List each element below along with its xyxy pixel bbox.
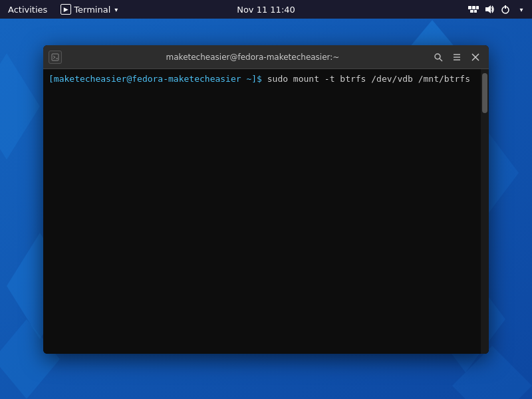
terminal-menu-label: Terminal bbox=[74, 5, 110, 15]
terminal-search-button[interactable] bbox=[430, 49, 446, 65]
scrollbar-thumb bbox=[482, 73, 487, 113]
titlebar-right bbox=[430, 49, 483, 65]
topbar-right: ▾ bbox=[468, 4, 532, 15]
power-icon[interactable] bbox=[500, 4, 511, 15]
topbar-datetime: Nov 11 11:40 bbox=[237, 5, 295, 15]
svg-rect-10 bbox=[472, 6, 475, 9]
terminal-content[interactable]: [maketecheasier@fedora-maketecheasier ~]… bbox=[43, 69, 489, 354]
system-menu-icon[interactable]: ▾ bbox=[516, 4, 527, 15]
svg-line-20 bbox=[440, 59, 442, 61]
titlebar-left bbox=[49, 51, 75, 64]
svg-point-19 bbox=[435, 54, 440, 59]
terminal-menu-button[interactable]: ▶ Terminal ▾ bbox=[55, 0, 123, 19]
activities-button[interactable]: Activities bbox=[0, 0, 55, 19]
terminal-close-button[interactable] bbox=[467, 49, 483, 65]
datetime-label: Nov 11 11:40 bbox=[237, 5, 295, 15]
terminal-command-line: [maketecheasier@fedora-maketecheasier ~]… bbox=[49, 73, 483, 85]
terminal-window: maketecheasier@fedora-maketecheasier:~ bbox=[43, 45, 489, 354]
svg-rect-11 bbox=[476, 6, 479, 9]
terminal-title-text: maketecheasier@fedora-maketecheasier:~ bbox=[166, 53, 340, 62]
activities-label: Activities bbox=[8, 5, 47, 15]
terminal-app-icon: ▶ bbox=[61, 4, 71, 15]
prompt-user: [maketecheasier@fedora-maketecheasier ~]… bbox=[49, 74, 262, 84]
topbar: Activities ▶ Terminal ▾ Nov 11 11:40 bbox=[0, 0, 532, 19]
topbar-left: Activities ▶ Terminal ▾ bbox=[0, 0, 123, 19]
svg-rect-12 bbox=[470, 10, 473, 13]
network-icon[interactable] bbox=[468, 4, 479, 15]
terminal-titlebar: maketecheasier@fedora-maketecheasier:~ bbox=[43, 45, 489, 69]
terminal-title: maketecheasier@fedora-maketecheasier:~ bbox=[75, 53, 430, 62]
svg-rect-13 bbox=[474, 10, 477, 13]
terminal-menu-btn[interactable] bbox=[449, 49, 465, 65]
volume-icon[interactable] bbox=[484, 4, 495, 15]
svg-rect-9 bbox=[468, 6, 471, 9]
terminal-scrollbar[interactable] bbox=[481, 69, 489, 354]
command-text: sudo mount -t btrfs /dev/vdb /mnt/btrfs bbox=[262, 74, 470, 84]
terminal-window-icon bbox=[49, 51, 62, 64]
terminal-menu-chevron: ▾ bbox=[114, 6, 118, 13]
svg-marker-14 bbox=[485, 5, 491, 13]
